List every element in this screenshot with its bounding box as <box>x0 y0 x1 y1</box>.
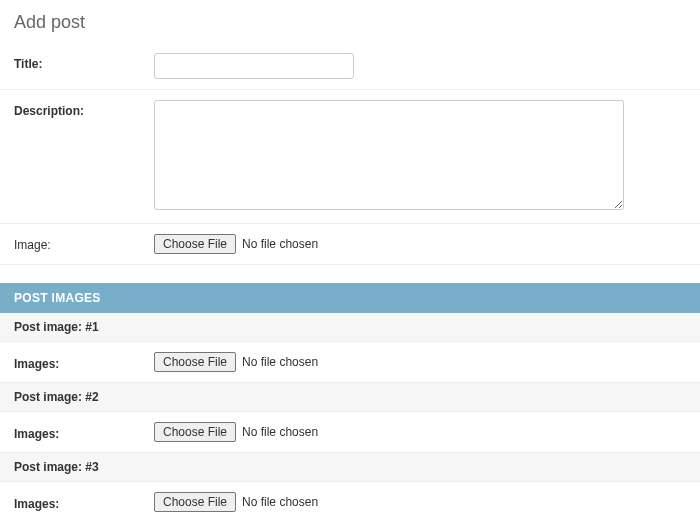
file-choose-button-1[interactable]: Choose File <box>154 352 236 372</box>
inline-form-header-1: Post image: #1 <box>0 313 700 342</box>
file-status: No file chosen <box>242 237 318 251</box>
inline-section-header: POST IMAGES <box>0 283 700 313</box>
inline-row-2: Images: Choose File No file chosen <box>0 412 700 453</box>
label-image: Image: <box>14 234 154 252</box>
label-description: Description: <box>14 100 154 118</box>
inline-row-1: Images: Choose File No file chosen <box>0 342 700 383</box>
label-images-1: Images: <box>14 353 154 371</box>
label-images-2: Images: <box>14 423 154 441</box>
inline-row-3: Images: Choose File No file chosen <box>0 482 700 517</box>
file-status-2: No file chosen <box>242 425 318 439</box>
file-status-1: No file chosen <box>242 355 318 369</box>
inline-form-header-3: Post image: #3 <box>0 453 700 482</box>
input-description[interactable] <box>154 100 624 210</box>
file-choose-button-3[interactable]: Choose File <box>154 492 236 512</box>
page-title: Add post <box>0 0 700 43</box>
label-title: Title: <box>14 53 154 71</box>
row-image: Image: Choose File No file chosen <box>0 224 700 265</box>
label-images-3: Images: <box>14 493 154 511</box>
file-status-3: No file chosen <box>242 495 318 509</box>
inline-form-header-2: Post image: #2 <box>0 383 700 412</box>
input-title[interactable] <box>154 53 354 79</box>
row-description: Description: <box>0 90 700 224</box>
row-title: Title: <box>0 43 700 90</box>
file-choose-button-2[interactable]: Choose File <box>154 422 236 442</box>
file-choose-button[interactable]: Choose File <box>154 234 236 254</box>
